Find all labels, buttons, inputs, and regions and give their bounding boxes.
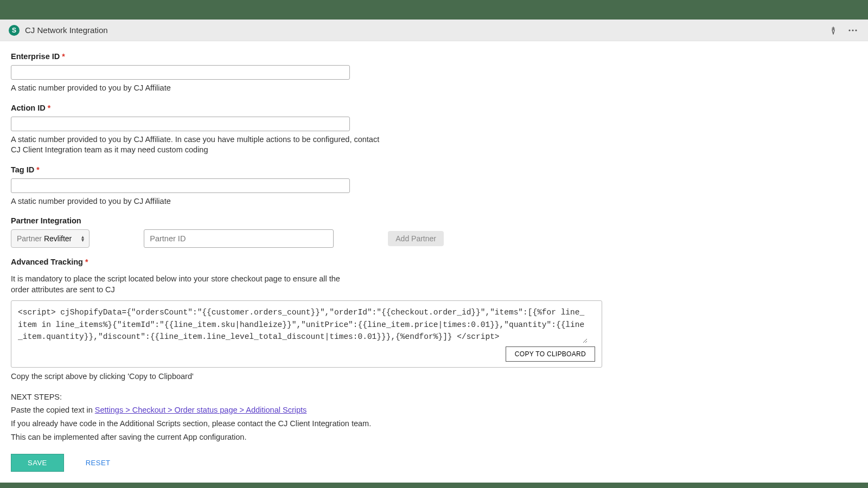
copy-to-clipboard-button[interactable]: COPY TO CLIPBOARD [506, 346, 595, 362]
tag-id-group: Tag ID * A static number provided to you… [11, 165, 380, 207]
next-step-line-1-prefix: Paste the copied text in [11, 406, 95, 414]
app-logo-icon: S [9, 25, 20, 36]
required-marker: * [48, 104, 50, 112]
next-steps-block: NEXT STEPS: Paste the copied text in Set… [11, 393, 857, 443]
form-content: Enterprise ID * A static number provided… [0, 41, 868, 483]
script-box: <script> cjShopifyData={"ordersCount":"{… [11, 300, 602, 367]
action-id-input[interactable] [11, 117, 350, 131]
partner-select-value: Revlifter [44, 234, 72, 243]
svg-point-1 [852, 29, 853, 31]
bottom-band [0, 483, 868, 488]
top-band [0, 0, 868, 20]
settings-path-link[interactable]: Settings > Checkout > Order status page … [95, 406, 307, 414]
partner-integration-label: Partner Integration [11, 216, 857, 225]
chevron-sort-icon: ▴▾ [81, 235, 84, 242]
advanced-tracking-label: Advanced Tracking [11, 258, 83, 266]
script-text[interactable]: <script> cjShopifyData={"ordersCount":"{… [18, 306, 588, 343]
enterprise-id-help: A static number provided to you by CJ Af… [11, 83, 380, 94]
next-step-line-1: Paste the copied text in Settings > Chec… [11, 404, 857, 416]
svg-point-0 [848, 29, 850, 31]
required-marker: * [85, 258, 88, 266]
enterprise-id-input[interactable] [11, 65, 350, 80]
action-id-label: Action ID [11, 104, 46, 112]
tag-id-label: Tag ID [11, 165, 34, 174]
partner-select[interactable]: Partner Revlifter ▴▾ [11, 229, 90, 248]
enterprise-id-label: Enterprise ID [11, 52, 60, 61]
advanced-tracking-group: Advanced Tracking * It is mandatory to p… [11, 258, 857, 381]
tag-id-help: A static number provided to you by CJ Af… [11, 196, 380, 207]
pin-icon[interactable] [827, 24, 840, 37]
next-steps-heading: NEXT STEPS: [11, 393, 857, 401]
action-row: SAVE RESET [11, 454, 857, 472]
advanced-tracking-desc: It is mandatory to place the script loca… [11, 274, 358, 295]
app-shell: S CJ Network Integration Enterprise ID *… [0, 20, 868, 483]
reset-button[interactable]: RESET [86, 459, 111, 467]
tag-id-input[interactable] [11, 178, 350, 193]
required-marker: * [36, 165, 39, 174]
partner-integration-group: Partner Integration Partner Revlifter ▴▾… [11, 216, 857, 248]
next-step-line-3: This can be implemented after saving the… [11, 432, 857, 443]
required-marker: * [62, 52, 65, 61]
app-header: S CJ Network Integration [0, 20, 868, 41]
enterprise-id-group: Enterprise ID * A static number provided… [11, 52, 380, 94]
action-id-group: Action ID * A static number provided to … [11, 104, 380, 156]
svg-point-2 [855, 29, 857, 31]
copy-hint: Copy the script above by clicking 'Copy … [11, 372, 857, 381]
action-id-help: A static number provided to you by CJ Af… [11, 134, 380, 156]
save-button[interactable]: SAVE [11, 454, 64, 472]
next-step-line-2: If you already have code in the Addition… [11, 418, 857, 429]
app-title: CJ Network Integration [25, 25, 108, 35]
more-icon[interactable] [846, 24, 859, 37]
partner-select-prefix: Partner [17, 234, 42, 243]
add-partner-button[interactable]: Add Partner [388, 231, 444, 246]
partner-id-input[interactable] [144, 229, 334, 248]
